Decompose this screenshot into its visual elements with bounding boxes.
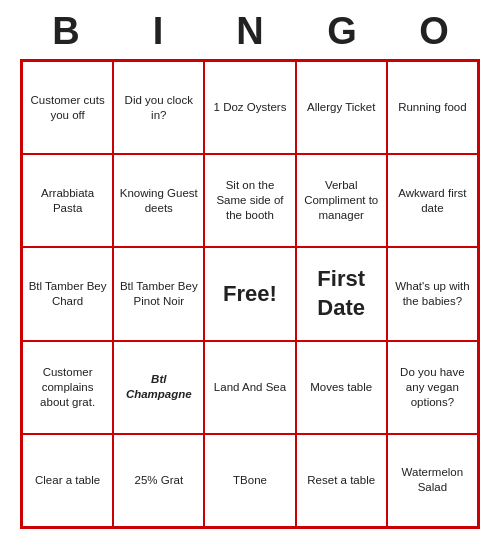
- bingo-grid: Customer cuts you offDid you clock in?1 …: [20, 59, 480, 529]
- bingo-cell: TBone: [204, 434, 295, 527]
- bingo-cell: Btl Champagne: [113, 341, 204, 434]
- bingo-cell: Free!: [204, 247, 295, 340]
- bingo-cell: Knowing Guest deets: [113, 154, 204, 247]
- bingo-cell: Moves table: [296, 341, 387, 434]
- bingo-cell: Customer complains about grat.: [22, 341, 113, 434]
- bingo-cell: Btl Tamber Bey Chard: [22, 247, 113, 340]
- bingo-letter: N: [225, 10, 275, 53]
- bingo-letter: G: [317, 10, 367, 53]
- bingo-cell: Arrabbiata Pasta: [22, 154, 113, 247]
- bingo-cell: Btl Tamber Bey Pinot Noir: [113, 247, 204, 340]
- bingo-letter: O: [409, 10, 459, 53]
- bingo-cell: Customer cuts you off: [22, 61, 113, 154]
- bingo-cell: What's up with the babies?: [387, 247, 478, 340]
- bingo-letter: B: [41, 10, 91, 53]
- bingo-cell: Awkward first date: [387, 154, 478, 247]
- bingo-cell: Running food: [387, 61, 478, 154]
- bingo-cell: Clear a table: [22, 434, 113, 527]
- bingo-letter: I: [133, 10, 183, 53]
- bingo-cell: Watermelon Salad: [387, 434, 478, 527]
- bingo-cell: First Date: [296, 247, 387, 340]
- bingo-cell: Reset a table: [296, 434, 387, 527]
- bingo-cell: Do you have any vegan options?: [387, 341, 478, 434]
- bingo-cell: Verbal Compliment to manager: [296, 154, 387, 247]
- bingo-cell: Sit on the Same side of the booth: [204, 154, 295, 247]
- bingo-title: BINGO: [20, 0, 480, 59]
- bingo-cell: Allergy Ticket: [296, 61, 387, 154]
- bingo-cell: 1 Doz Oysters: [204, 61, 295, 154]
- bingo-cell: Did you clock in?: [113, 61, 204, 154]
- bingo-cell: Land And Sea: [204, 341, 295, 434]
- bingo-cell: 25% Grat: [113, 434, 204, 527]
